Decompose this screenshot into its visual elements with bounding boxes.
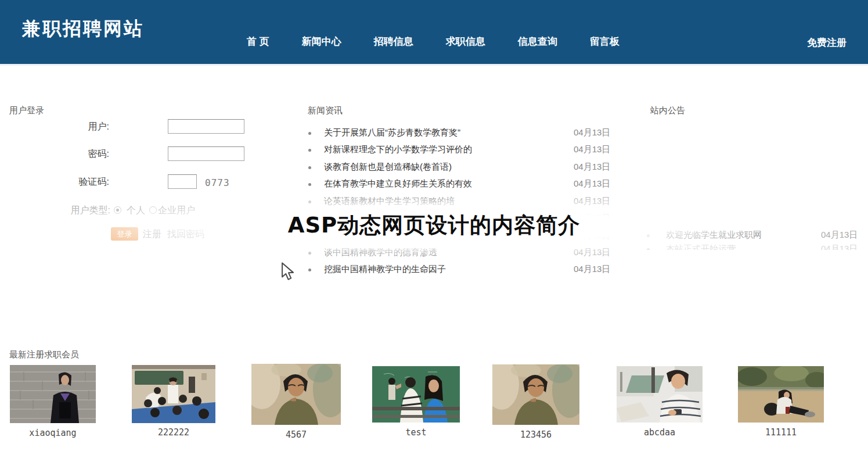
member-name: 111111 (738, 427, 824, 438)
forgot-password-link[interactable]: 找回密码 (167, 228, 204, 241)
nav-message-board[interactable]: 留言板 (590, 35, 620, 48)
usertype-label: 用户类型: (71, 205, 110, 217)
member-card: test (372, 366, 460, 439)
login-button[interactable]: 登录 (111, 227, 138, 241)
username-label: 用户: (88, 121, 109, 133)
member-card: abcdaa (617, 366, 703, 439)
captcha-label: 验证码: (79, 176, 109, 188)
bullet-icon (308, 252, 311, 255)
captcha-input[interactable] (168, 174, 197, 189)
announcement-link[interactable]: 欢迎光临学生就业求职网 (666, 230, 762, 241)
news-item: 在体育教学中建立良好师生关系的有效 04月13日 (308, 178, 621, 191)
members-section-title: 最新注册求职会员 (9, 349, 79, 360)
news-link[interactable]: 关于开展第八届“苏步青数学教育奖” (324, 127, 460, 138)
bullet-icon (308, 183, 311, 186)
captcha-code-text: 0773 (205, 177, 230, 188)
news-item: 谈中国精神教学中的德育渗透 04月13日 (308, 247, 621, 260)
news-link[interactable]: 在体育教学中建立良好师生关系的有效 (324, 178, 472, 189)
password-label: 密码: (88, 148, 109, 160)
member-name: 4567 (251, 429, 341, 440)
nav-news-center[interactable]: 新闻中心 (302, 35, 341, 48)
username-row: 用户: (58, 119, 209, 134)
bullet-icon (308, 269, 311, 271)
news-date: 04月13日 (574, 196, 610, 207)
announcement-date: 04月13日 (821, 230, 858, 241)
announcement-link[interactable]: 本站正式开始运营 (666, 244, 736, 250)
news-link[interactable]: 谈教育创新也是创造稀缺(卷首语) (324, 162, 452, 173)
login-section-title: 用户登录 (9, 105, 44, 116)
news-date: 04月13日 (574, 178, 610, 189)
bullet-icon (308, 235, 311, 238)
news-date: 04月13日 (574, 127, 610, 138)
radio-company[interactable] (149, 206, 157, 214)
news-date: 04月13日 (574, 144, 610, 155)
mouse-cursor (281, 262, 296, 283)
password-input[interactable] (168, 146, 244, 161)
bullet-icon (308, 201, 311, 203)
bullet-icon (308, 166, 311, 169)
announcement-item: 欢迎光临学生就业求职网 04月13日 (646, 230, 864, 242)
password-row: 密码: (58, 146, 209, 162)
member-card: xiaoqiang (10, 365, 96, 441)
radio-company-label[interactable]: 企业用户 (158, 205, 195, 217)
news-date: 04月13日 (574, 264, 610, 275)
bullet-icon (308, 217, 311, 220)
member-card: 111111 (738, 366, 824, 439)
bullet-icon (308, 149, 311, 152)
news-item: 谈谈数学教学中审美素质教育的几点做 04月13日 (308, 213, 621, 226)
news-link[interactable]: 谈中国精神教学中的德育渗透 (324, 247, 437, 258)
announcement-date: 04月13日 (821, 244, 858, 250)
member-photo-sitting-girl-outdoors[interactable] (738, 366, 824, 423)
news-item: 对新课程理念下的小学数学学习评价的 04月13日 (308, 144, 621, 157)
member-photo-glasses-man[interactable] (492, 364, 579, 425)
radio-personal[interactable] (114, 206, 121, 214)
radio-personal-label[interactable]: 个人 (127, 205, 145, 217)
news-link[interactable]: 论英语新教材中学生学习策略的培 (324, 196, 455, 207)
member-card: 123456 (492, 364, 579, 442)
username-input[interactable] (168, 119, 244, 134)
member-name: 123456 (492, 429, 579, 440)
news-date: 04月13日 (574, 162, 610, 173)
member-photo-graduation-girl[interactable] (10, 365, 96, 423)
nav-job-seeking[interactable]: 求职信息 (446, 35, 485, 48)
news-item: 谈教育创新也是创造稀缺(卷首语) 04月13日 (308, 162, 621, 174)
usertype-row: 用户类型: 个人 企业用户 (58, 203, 209, 219)
login-actions-row: 登录 注册 找回密码 (0, 227, 232, 242)
bullet-icon (647, 234, 650, 237)
nav-home[interactable]: 首 页 (247, 35, 269, 48)
member-card: 222222 (132, 365, 215, 441)
announcements-section-title: 站内公告 (650, 105, 685, 116)
news-link[interactable]: 对新课程理念下的小学数学学习评价的 (324, 144, 472, 155)
site-logo-title: 兼职招聘网站 (22, 16, 144, 42)
nav-job-postings[interactable]: 招聘信息 (374, 35, 413, 48)
member-name: abcdaa (617, 427, 703, 438)
member-name: test (372, 427, 460, 438)
news-link[interactable]: 谈谈数学教学中审美素质教育的几点做 (324, 213, 472, 224)
news-date: 04月13日 (574, 247, 610, 258)
news-item: 关于开展第八届“苏步青数学教育奖” 04月13日 (308, 127, 621, 140)
nav-info-query[interactable]: 信息查询 (518, 35, 557, 48)
news-item: 挖掘中国精神教学中的生命因子 04月13日 (308, 264, 621, 277)
bullet-icon (647, 248, 650, 250)
news-link[interactable]: 中国精神教学要体现人文精神 (324, 230, 437, 241)
news-section-title: 新闻资讯 (308, 105, 343, 116)
member-name: xiaoqiang (10, 428, 96, 438)
main-nav: 首 页 新闻中心 招聘信息 求职信息 信息查询 留言板 (247, 35, 620, 48)
bullet-icon (308, 132, 311, 135)
member-photo-chalkboard-students[interactable] (372, 366, 460, 423)
announcement-item-clipped: 本站正式开始运营 04月13日 (646, 244, 864, 250)
member-card: 4567 (251, 364, 341, 442)
news-link[interactable]: 挖掘中国精神教学中的生命因子 (324, 264, 446, 275)
member-photo-striped-shirt-man[interactable] (617, 366, 703, 423)
news-item: 论英语新教材中学生学习策略的培 04月13日 (308, 196, 621, 209)
news-date: 04月13日 (574, 213, 610, 224)
news-item: 中国精神教学要体现人文精神 04月13日 (308, 230, 621, 243)
page: 兼职招聘网站 首 页 新闻中心 招聘信息 求职信息 信息查询 留言板 免费注册 … (0, 0, 868, 451)
member-photo-glasses-man[interactable] (251, 364, 341, 425)
top-banner: 兼职招聘网站 首 页 新闻中心 招聘信息 求职信息 信息查询 留言板 免费注册 (0, 0, 868, 66)
news-date: 04月13日 (574, 230, 610, 241)
captcha-row: 验证码: 0773 (58, 174, 209, 189)
register-link[interactable]: 注册 (143, 228, 161, 241)
free-register-link[interactable]: 免费注册 (807, 36, 847, 49)
member-photo-classroom-group[interactable] (132, 365, 215, 423)
